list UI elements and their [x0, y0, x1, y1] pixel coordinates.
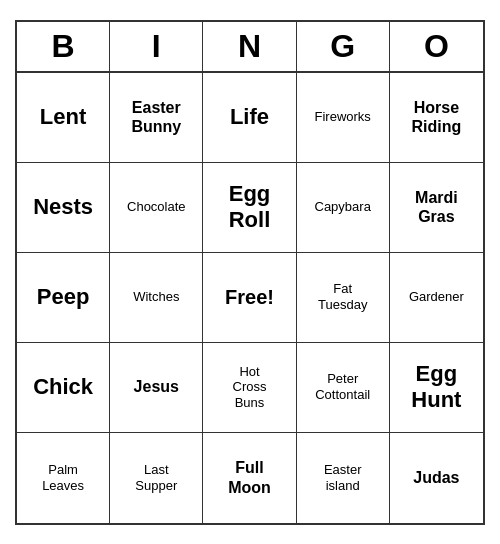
cell-text: Judas — [413, 468, 459, 487]
cell-text: Horse Riding — [412, 98, 462, 136]
cell-text: Last Supper — [135, 462, 177, 493]
cell-text: Witches — [133, 289, 179, 305]
bingo-cell: Witches — [110, 253, 203, 343]
cell-text: Peep — [37, 284, 90, 310]
bingo-cell: Egg Hunt — [390, 343, 483, 433]
cell-text: Chick — [33, 374, 93, 400]
cell-text: Full Moon — [228, 458, 271, 496]
cell-text: Egg Roll — [229, 181, 271, 234]
bingo-cell: Egg Roll — [203, 163, 296, 253]
cell-text: Peter Cottontail — [315, 371, 370, 402]
cell-text: Free! — [225, 285, 274, 309]
bingo-cell: Chick — [17, 343, 110, 433]
bingo-cell: Full Moon — [203, 433, 296, 523]
cell-text: Easter island — [324, 462, 362, 493]
cell-text: Capybara — [315, 199, 371, 215]
header-letter: N — [203, 22, 296, 71]
bingo-cell: Free! — [203, 253, 296, 343]
bingo-header: BINGO — [17, 22, 483, 73]
bingo-cell: Peter Cottontail — [297, 343, 390, 433]
bingo-cell: Last Supper — [110, 433, 203, 523]
cell-text: Egg Hunt — [411, 361, 461, 414]
bingo-cell: Easter island — [297, 433, 390, 523]
bingo-cell: Jesus — [110, 343, 203, 433]
cell-text: Life — [230, 104, 269, 130]
bingo-cell: Horse Riding — [390, 73, 483, 163]
bingo-cell: Fat Tuesday — [297, 253, 390, 343]
bingo-cell: Palm Leaves — [17, 433, 110, 523]
bingo-cell: Peep — [17, 253, 110, 343]
bingo-cell: Chocolate — [110, 163, 203, 253]
header-letter: B — [17, 22, 110, 71]
header-letter: O — [390, 22, 483, 71]
cell-text: Chocolate — [127, 199, 186, 215]
cell-text: Hot Cross Buns — [233, 364, 267, 411]
bingo-cell: Mardi Gras — [390, 163, 483, 253]
cell-text: Easter Bunny — [131, 98, 181, 136]
cell-text: Palm Leaves — [42, 462, 84, 493]
bingo-cell: Life — [203, 73, 296, 163]
header-letter: G — [297, 22, 390, 71]
bingo-cell: Judas — [390, 433, 483, 523]
cell-text: Lent — [40, 104, 86, 130]
bingo-card: BINGO LentEaster BunnyLifeFireworksHorse… — [15, 20, 485, 525]
bingo-cell: Hot Cross Buns — [203, 343, 296, 433]
bingo-cell: Nests — [17, 163, 110, 253]
bingo-cell: Fireworks — [297, 73, 390, 163]
bingo-cell: Capybara — [297, 163, 390, 253]
header-letter: I — [110, 22, 203, 71]
cell-text: Jesus — [134, 377, 179, 396]
bingo-cell: Lent — [17, 73, 110, 163]
cell-text: Gardener — [409, 289, 464, 305]
cell-text: Fireworks — [315, 109, 371, 125]
cell-text: Mardi Gras — [415, 188, 458, 226]
cell-text: Fat Tuesday — [318, 281, 367, 312]
cell-text: Nests — [33, 194, 93, 220]
bingo-cell: Gardener — [390, 253, 483, 343]
bingo-cell: Easter Bunny — [110, 73, 203, 163]
bingo-grid: LentEaster BunnyLifeFireworksHorse Ridin… — [17, 73, 483, 523]
